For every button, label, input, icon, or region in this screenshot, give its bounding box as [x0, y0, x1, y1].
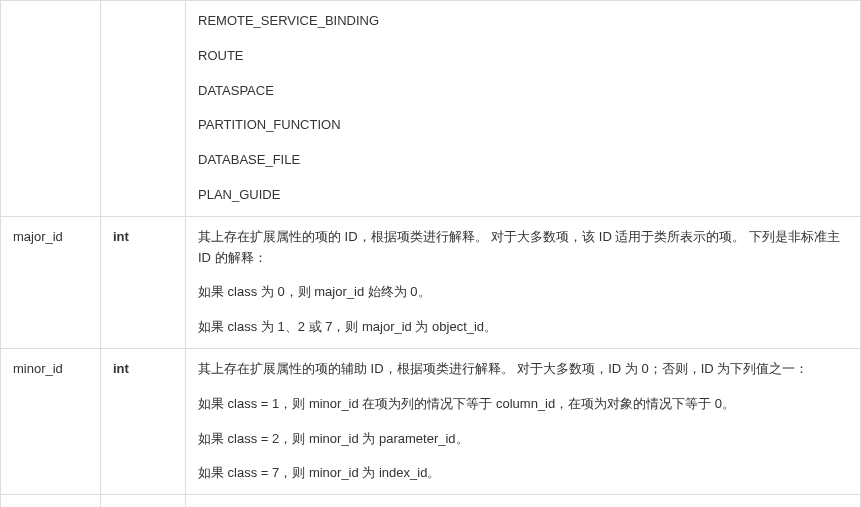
- desc-line: 如果 class 为 1、2 或 7，则 major_id 为 object_i…: [198, 317, 848, 338]
- desc-line: 其上存在扩展属性的项的 ID，根据项类进行解释。 对于大多数项，该 ID 适用于…: [198, 227, 848, 269]
- column-desc-cell: 属性名，其 class、major_id 和 minor_id 是唯一的。: [186, 495, 861, 507]
- desc-line: DATABASE_FILE: [198, 150, 848, 171]
- column-type-cell: int: [101, 348, 186, 494]
- desc-line: DATASPACE: [198, 81, 848, 102]
- column-type-cell: [101, 1, 186, 217]
- column-desc-cell: 其上存在扩展属性的项的 ID，根据项类进行解释。 对于大多数项，该 ID 适用于…: [186, 216, 861, 348]
- properties-table: REMOTE_SERVICE_BINDING ROUTE DATASPACE P…: [0, 0, 861, 507]
- column-type-cell: int: [101, 216, 186, 348]
- desc-line: 其上存在扩展属性的项的辅助 ID，根据项类进行解释。 对于大多数项，ID 为 0…: [198, 359, 848, 380]
- desc-line: 如果 class = 1，则 minor_id 在项为列的情况下等于 colum…: [198, 394, 848, 415]
- desc-line: PARTITION_FUNCTION: [198, 115, 848, 136]
- table-row: minor_id int 其上存在扩展属性的项的辅助 ID，根据项类进行解释。 …: [1, 348, 861, 494]
- column-name-cell: [1, 1, 101, 217]
- column-desc-cell: REMOTE_SERVICE_BINDING ROUTE DATASPACE P…: [186, 1, 861, 217]
- column-name-cell: minor_id: [1, 348, 101, 494]
- column-type-cell: sysname: [101, 495, 186, 507]
- desc-line: 如果 class = 7，则 minor_id 为 index_id。: [198, 463, 848, 484]
- table-row: major_id int 其上存在扩展属性的项的 ID，根据项类进行解释。 对于…: [1, 216, 861, 348]
- column-name-cell: name: [1, 495, 101, 507]
- table-row: name sysname 属性名，其 class、major_id 和 mino…: [1, 495, 861, 507]
- desc-line: ROUTE: [198, 46, 848, 67]
- table-row: REMOTE_SERVICE_BINDING ROUTE DATASPACE P…: [1, 1, 861, 217]
- desc-line: 如果 class = 2，则 minor_id 为 parameter_id。: [198, 429, 848, 450]
- column-name-cell: major_id: [1, 216, 101, 348]
- column-desc-cell: 其上存在扩展属性的项的辅助 ID，根据项类进行解释。 对于大多数项，ID 为 0…: [186, 348, 861, 494]
- desc-line: PLAN_GUIDE: [198, 185, 848, 206]
- desc-line: 如果 class 为 0，则 major_id 始终为 0。: [198, 282, 848, 303]
- desc-line: REMOTE_SERVICE_BINDING: [198, 11, 848, 32]
